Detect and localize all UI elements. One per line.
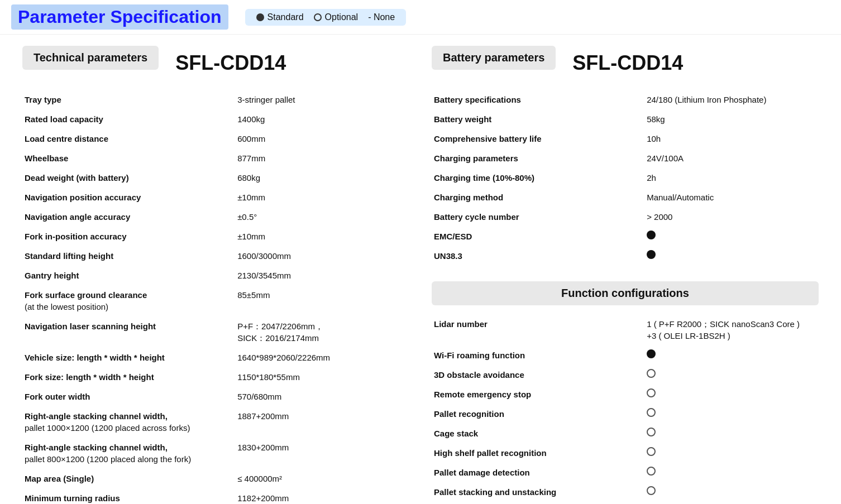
param-value: 1 ( P+F R2000；SICK nanoScan3 Core )+3 ( … bbox=[644, 314, 819, 345]
param-value bbox=[644, 502, 819, 504]
param-value: ±10mm bbox=[235, 188, 409, 207]
param-label: Cage stack bbox=[432, 424, 644, 443]
param-value: > 2000 bbox=[644, 207, 819, 227]
technical-parameters-panel: Technical parameters SFL-CDD14 Tray type… bbox=[22, 46, 409, 504]
param-label: Charging time (10%-80%) bbox=[432, 168, 644, 188]
param-value: 58kg bbox=[644, 109, 819, 129]
table-row: Charging method Manual/Automatic bbox=[432, 188, 819, 207]
optional-dot-icon bbox=[647, 408, 656, 417]
table-row: Comprehensive battery life 10h bbox=[432, 129, 819, 148]
param-label: Charging method bbox=[432, 188, 644, 207]
param-value bbox=[644, 385, 819, 404]
param-value bbox=[644, 424, 819, 443]
param-label: Wheelbase bbox=[22, 148, 235, 168]
optional-dot-icon bbox=[647, 486, 656, 495]
param-value: 1400kg bbox=[235, 109, 409, 129]
table-row: Navigation laser scanning height P+F：204… bbox=[22, 316, 409, 348]
table-row: Fork tooth distance sensor bbox=[432, 502, 819, 504]
main-content: Technical parameters SFL-CDD14 Tray type… bbox=[0, 35, 841, 504]
param-label: High shelf pallet recognition bbox=[432, 443, 644, 463]
param-value: 1640*989*2060/2226mm bbox=[235, 348, 409, 367]
param-label: Fork outer width bbox=[22, 387, 235, 406]
table-row: Gantry height 2130/3545mm bbox=[22, 266, 409, 285]
tech-params-table: Tray type 3-stringer pallet Rated load c… bbox=[22, 90, 409, 504]
param-label: Navigation angle accuracy bbox=[22, 207, 235, 227]
param-label: Wi-Fi roaming function bbox=[432, 345, 644, 365]
table-row: Tray type 3-stringer pallet bbox=[22, 90, 409, 109]
battery-section-label: Battery parameters bbox=[432, 46, 556, 70]
param-value: 1887+200mm bbox=[235, 406, 409, 438]
param-value bbox=[644, 404, 819, 424]
param-label: Pallet recognition bbox=[432, 404, 644, 424]
function-params-table: Lidar number 1 ( P+F R2000；SICK nanoScan… bbox=[432, 314, 819, 504]
table-row: Dead weight (with battery) 680kg bbox=[22, 168, 409, 188]
param-value: 24/180 (Lithium Iron Phosphate) bbox=[644, 90, 819, 109]
param-value: 2h bbox=[644, 168, 819, 188]
param-label: Pallet damage detection bbox=[432, 463, 644, 482]
param-label: Lidar number bbox=[432, 314, 644, 345]
param-label: Comprehensive battery life bbox=[432, 129, 644, 148]
param-value: P+F：2047/2206mm，SICK：2016/2174mm bbox=[235, 316, 409, 348]
param-value: 680kg bbox=[235, 168, 409, 188]
table-row: Fork size: length * width * height 1150*… bbox=[22, 367, 409, 387]
battery-params-table: Battery specifications 24/180 (Lithium I… bbox=[432, 90, 819, 266]
tech-section-top: Technical parameters SFL-CDD14 bbox=[22, 46, 409, 80]
table-row: Fork surface ground clearance(at the low… bbox=[22, 285, 409, 316]
optional-dot-icon bbox=[647, 369, 656, 378]
table-row: Fork in-position accuracy ±10mm bbox=[22, 227, 409, 246]
table-row: Vehicle size: length * width * height 16… bbox=[22, 348, 409, 367]
table-row: Rated load capacity 1400kg bbox=[22, 109, 409, 129]
param-label: Navigation position accuracy bbox=[22, 188, 235, 207]
param-label: Dead weight (with battery) bbox=[22, 168, 235, 188]
param-label: Battery specifications bbox=[432, 90, 644, 109]
table-row: EMC/ESD bbox=[432, 227, 819, 246]
param-label: EMC/ESD bbox=[432, 227, 644, 246]
param-label: Fork surface ground clearance(at the low… bbox=[22, 285, 235, 316]
param-value: ±0.5° bbox=[235, 207, 409, 227]
tech-section-label: Technical parameters bbox=[22, 46, 159, 70]
optional-dot-icon bbox=[314, 13, 322, 21]
table-row: Charging time (10%-80%) 2h bbox=[432, 168, 819, 188]
standard-dot-icon bbox=[647, 231, 656, 239]
table-row: Wi-Fi roaming function bbox=[432, 345, 819, 365]
param-value: 2130/3545mm bbox=[235, 266, 409, 285]
param-value bbox=[644, 246, 819, 266]
table-row: Battery specifications 24/180 (Lithium I… bbox=[432, 90, 819, 109]
optional-dot-icon bbox=[647, 467, 656, 476]
table-row: Load centre distance 600mm bbox=[22, 129, 409, 148]
table-row: Right-angle stacking channel width,palle… bbox=[22, 438, 409, 469]
table-row: High shelf pallet recognition bbox=[432, 443, 819, 463]
param-value: 3-stringer pallet bbox=[235, 90, 409, 109]
param-label: UN38.3 bbox=[432, 246, 644, 266]
param-label: Gantry height bbox=[22, 266, 235, 285]
table-row: Pallet recognition bbox=[432, 404, 819, 424]
param-label: Minimum turning radius bbox=[22, 488, 235, 504]
param-label: Battery cycle number bbox=[432, 207, 644, 227]
page-header: Parameter Specification Standard Optiona… bbox=[0, 0, 841, 35]
legend: Standard Optional - None bbox=[245, 9, 407, 26]
param-value: ≤ 400000m² bbox=[235, 469, 409, 488]
param-value: 1830+200mm bbox=[235, 438, 409, 469]
param-value: 600mm bbox=[235, 129, 409, 148]
table-row: Lidar number 1 ( P+F R2000；SICK nanoScan… bbox=[432, 314, 819, 345]
param-label: Navigation laser scanning height bbox=[22, 316, 235, 348]
battery-model-title: SFL-CDD14 bbox=[572, 51, 683, 75]
param-label: Right-angle stacking channel width,palle… bbox=[22, 406, 235, 438]
table-row: Battery cycle number > 2000 bbox=[432, 207, 819, 227]
param-value bbox=[644, 227, 819, 246]
param-value bbox=[644, 463, 819, 482]
param-label: Fork tooth distance sensor bbox=[432, 502, 644, 504]
param-value: 24V/100A bbox=[644, 148, 819, 168]
table-row: Navigation angle accuracy ±0.5° bbox=[22, 207, 409, 227]
table-row: Right-angle stacking channel width,palle… bbox=[22, 406, 409, 438]
param-value: 1600/3000mm bbox=[235, 246, 409, 266]
param-label: Map area (Single) bbox=[22, 469, 235, 488]
legend-optional-label: Optional bbox=[325, 12, 359, 22]
param-value: 570/680mm bbox=[235, 387, 409, 406]
param-label: Charging parameters bbox=[432, 148, 644, 168]
battery-function-panel: Battery parameters SFL-CDD14 Battery spe… bbox=[432, 46, 819, 504]
function-section-label: Function configurations bbox=[432, 281, 819, 305]
battery-section-top: Battery parameters SFL-CDD14 bbox=[432, 46, 819, 80]
param-value: 1182+200mm bbox=[235, 488, 409, 504]
table-row: Battery weight 58kg bbox=[432, 109, 819, 129]
